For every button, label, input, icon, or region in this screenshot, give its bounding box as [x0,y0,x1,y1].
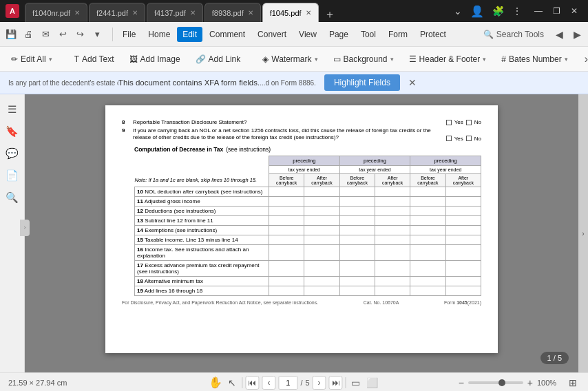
footer-left-text: For Disclosure, Privacy Act, and Paperwo… [122,300,318,305]
zoom-slider[interactable] [468,381,523,384]
tab-overflow-controls: ⌄ 👤 🧩 ⋮ [451,3,525,19]
before-after-header: Note: If 1a and 1c are blank, skip lines… [135,173,481,187]
zoom-out-button[interactable]: − [459,377,464,388]
menu-home[interactable]: Home [143,27,176,42]
right-sidebar-expand[interactable]: › [578,94,588,372]
fit-width-button[interactable]: ⬜ [366,376,379,390]
next-page-button[interactable]: › [313,376,326,390]
preceding-col-3: preceding [410,156,481,165]
xfa-close-button[interactable]: ✕ [408,77,417,88]
table-row: 19 Add lines 16 through 18 [135,286,481,295]
header-footer-label: Header & Footer [419,54,481,64]
row-9-no-label: No [474,136,481,142]
row-9-no-checkbox[interactable] [466,136,472,141]
row-9-num: 9 [122,127,133,134]
tabs-bar: f1040nr.pdf ✕ f2441.pdf ✕ f4137.pdf ✕ f8… [25,0,451,22]
tab-close-1[interactable]: ✕ [74,9,80,17]
add-text-button[interactable]: T Add Text [69,52,120,66]
toolbar-more-icon[interactable]: › [585,53,588,65]
close-button[interactable]: ✕ [566,3,582,19]
search-tools-button[interactable]: 🔍 Search Tools [478,28,549,41]
background-button[interactable]: ▭ Background ▾ [328,52,399,66]
tab-f4137[interactable]: f4137.pdf ✕ [147,3,203,22]
fit-page-button[interactable]: ▭ [349,376,363,390]
row-8-yes-checkbox[interactable] [446,120,452,125]
add-link-label: Add Link [209,54,241,64]
email-quick-button[interactable]: ✉ [37,26,54,43]
sidebar-comment-icon[interactable]: 💬 [3,144,22,163]
table-row: 13 Subtract line 12 from line 11 [135,215,481,225]
tab-f1045[interactable]: f1045.pdf ✕ [262,3,319,22]
extensions-icon[interactable]: 🧩 [490,4,507,18]
more-tools-button[interactable]: ▾ [89,26,105,43]
menu-tool[interactable]: Tool [355,27,381,42]
sidebar-search-icon[interactable]: 🔍 [3,188,22,207]
select-tool-button[interactable]: ↖ [225,376,239,390]
view-mode-button[interactable]: ⊞ [566,376,580,390]
undo-button[interactable]: ↩ [54,26,71,43]
tab-close-5[interactable]: ✕ [306,9,311,17]
zoom-in-button[interactable]: + [527,377,533,388]
xfa-right-text: ...d on Form 8886. [260,79,316,87]
edit-all-button[interactable]: ✏ Edit All ▾ [6,52,58,66]
prev-page-button[interactable]: ‹ [262,376,275,390]
tab-label: f1045.pdf [270,9,302,17]
page-separator: / [300,379,302,387]
row-8-no-checkbox[interactable] [466,120,472,125]
pdf-area[interactable]: 8 Reportable Transaction Disclosure Stat… [25,94,578,372]
before-cb-1: Before carryback [269,173,304,187]
row-9-yes-checkbox[interactable] [446,136,452,141]
minimize-button[interactable]: — [530,3,547,19]
tab-label: f1040nr.pdf [32,9,70,17]
new-tab-button[interactable]: ＋ [320,8,339,22]
redo-button[interactable]: ↪ [72,26,88,43]
add-image-button[interactable]: 🖼 Add Image [124,52,186,66]
menu-comment[interactable]: Comment [204,27,251,42]
window-controls: — ❐ ✕ [530,3,582,19]
row-9-question: If you are carrying back an NOL or a net… [133,127,442,142]
row-8-desc: Reportable Transaction Disclosure Statem… [133,119,446,125]
watermark-button[interactable]: ◈ Watermark ▾ [257,52,323,66]
back-nav-button[interactable]: ◀ [551,26,567,43]
background-icon: ▭ [333,54,341,64]
header-footer-button[interactable]: ☰ Header & Footer ▾ [403,52,492,66]
print-quick-button[interactable]: 🖨 [20,26,36,43]
tab-f2441[interactable]: f2441.pdf ✕ [89,3,145,22]
first-page-button[interactable]: ⏮ [245,376,259,390]
tab-list-button[interactable]: ⌄ [451,4,465,18]
last-page-button[interactable]: ⏭ [329,376,343,390]
menu-edit[interactable]: Edit [177,27,202,42]
tab-f8938[interactable]: f8938.pdf ✕ [204,3,261,22]
menu-view[interactable]: View [293,27,322,42]
menu-bar: 💾 🖨 ✉ ↩ ↪ ▾ File Home Edit Comment Conve… [0,22,588,47]
sidebar-pages-icon[interactable]: 📄 [3,166,22,185]
sidebar-expand-button[interactable]: › [20,220,30,236]
document-dimensions: 21.59 × 27.94 cm [8,379,67,387]
edit-all-label: Edit All [21,54,46,64]
restore-button[interactable]: ❐ [548,3,565,19]
menu-form[interactable]: Form [383,27,413,42]
bates-number-button[interactable]: # Bates Number ▾ [496,52,573,66]
page-number-input[interactable] [278,376,297,390]
account-icon[interactable]: 👤 [468,3,487,19]
add-link-button[interactable]: 🔗 Add Link [190,52,246,66]
menu-file[interactable]: File [117,27,141,42]
sidebar-nav-icon[interactable]: ☰ [3,100,22,119]
forward-nav-button[interactable]: ▶ [569,26,585,43]
after-cb-3: After carryback [445,173,481,187]
sidebar-bookmark-icon[interactable]: 🔖 [3,122,22,141]
menu-convert[interactable]: Convert [252,27,292,42]
edit-all-chevron: ▾ [49,56,52,63]
tab-f1040nr[interactable]: f1040nr.pdf ✕ [25,3,87,22]
highlight-fields-button[interactable]: Highlight Fields [324,74,400,91]
menu-protect[interactable]: Protect [414,27,452,42]
menu-dots[interactable]: ⋮ [510,4,525,18]
hand-tool-button[interactable]: ✋ [209,376,222,390]
tab-close-2[interactable]: ✕ [132,9,138,17]
save-quick-button[interactable]: 💾 [3,26,19,43]
tab-close-3[interactable]: ✕ [190,9,196,17]
tab-close-4[interactable]: ✕ [248,9,253,17]
menu-page[interactable]: Page [324,27,354,42]
menu-separator-1 [112,28,113,41]
zoom-thumb [498,379,505,386]
